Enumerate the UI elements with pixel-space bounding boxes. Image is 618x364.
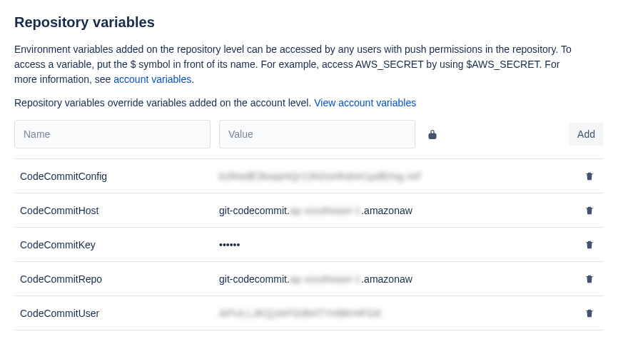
delete-icon[interactable] <box>575 240 604 250</box>
value-blurred: ap-southeast-1 <box>290 205 361 216</box>
variable-name: CodeCommitHost <box>14 205 219 216</box>
value-blurred: APULLJKQJAFGIBHTYHBKHFGK <box>219 308 382 319</box>
add-variable-form: Add <box>14 120 604 159</box>
intro-body: Environment variables added on the repos… <box>14 44 572 85</box>
variable-value: git-codecommit.ap-southeast-1.amazonaw <box>219 273 575 285</box>
variable-value: git-codecommit.ap-southeast-1.amazonaw <box>219 205 575 216</box>
variable-value: APULLJKQJAFGIBHTYHBKHFGK <box>219 308 575 319</box>
value-suffix: .amazonaw <box>361 273 412 285</box>
table-row: CodeCommitUserAPULLJKQJAFGIBHTYHBKHFGK <box>14 296 604 330</box>
view-account-variables-link[interactable]: View account variables <box>314 97 416 108</box>
lock-icon[interactable] <box>424 128 441 140</box>
value-suffix: .amazonaw <box>361 205 412 216</box>
value-blurred: ap-southeast-1 <box>290 273 361 285</box>
page-title: Repository variables <box>14 14 604 31</box>
intro-text: Environment variables added on the repos… <box>14 42 585 87</box>
value-prefix: git-codecommit. <box>219 273 290 285</box>
value-blurred: b2RedE3kwpHQr13N2oHhdmt1pdEtng.mF <box>219 171 422 182</box>
variable-value: •••••• <box>219 239 575 251</box>
table-row: CodeCommitHostgit-codecommit.ap-southeas… <box>14 193 604 228</box>
account-variables-link[interactable]: account variables <box>113 74 191 85</box>
variable-name: CodeCommitKey <box>14 239 219 251</box>
delete-icon[interactable] <box>575 171 604 181</box>
delete-icon[interactable] <box>575 206 604 216</box>
value-prefix: •••••• <box>219 239 240 251</box>
variable-name: CodeCommitConfig <box>14 171 219 182</box>
value-prefix: git-codecommit. <box>219 205 290 216</box>
override-text: Repository variables override variables … <box>14 97 604 108</box>
table-row: CodeCommitKey•••••• <box>14 228 604 262</box>
override-body: Repository variables override variables … <box>14 97 314 108</box>
table-row: CodeCommitConfigb2RedE3kwpHQr13N2oHhdmt1… <box>14 159 604 193</box>
variable-value: b2RedE3kwpHQr13N2oHhdmt1pdEtng.mF <box>219 171 575 182</box>
name-input[interactable] <box>14 120 211 148</box>
value-input[interactable] <box>219 120 415 148</box>
delete-icon[interactable] <box>575 308 604 318</box>
variables-list: CodeCommitConfigb2RedE3kwpHQr13N2oHhdmt1… <box>14 159 604 330</box>
delete-icon[interactable] <box>575 274 604 284</box>
table-row: CodeCommitRepogit-codecommit.ap-southeas… <box>14 262 604 296</box>
variable-name: CodeCommitUser <box>14 308 219 319</box>
svg-rect-1 <box>429 133 435 138</box>
variable-name: CodeCommitRepo <box>14 273 219 285</box>
intro-after: . <box>191 74 194 85</box>
add-button[interactable]: Add <box>569 123 604 146</box>
